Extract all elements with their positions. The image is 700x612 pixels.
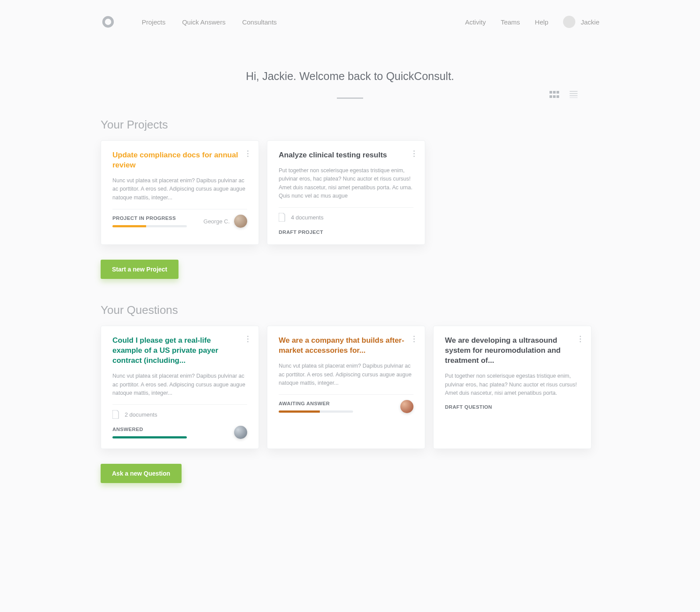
divider <box>112 404 247 405</box>
avatar <box>234 215 247 228</box>
svg-rect-8 <box>570 93 578 94</box>
documents: 4 documents <box>279 213 413 222</box>
status-label: DRAFT QUESTION <box>445 404 580 410</box>
project-card[interactable]: Analyze clinical testing results Put tog… <box>267 140 425 245</box>
card-desc: Nunc vut platea sit placerat enim? Dapib… <box>279 362 413 387</box>
nav-quick-answers[interactable]: Quick Answers <box>182 18 225 26</box>
status-label: PROJECT IN PROGRESS <box>112 216 187 221</box>
view-toggle <box>101 91 599 98</box>
status-label: AWAITING ANSWER <box>279 401 400 406</box>
projects-title: Your Projects <box>101 118 599 132</box>
card-desc: Put together non scelerisque egestas tri… <box>445 372 580 397</box>
card-title: Could I please get a real-life example o… <box>112 336 247 366</box>
svg-rect-9 <box>570 95 578 96</box>
svg-rect-2 <box>553 91 556 94</box>
svg-rect-7 <box>570 91 578 92</box>
documents: 2 documents <box>112 410 247 419</box>
ask-question-button[interactable]: Ask a new Question <box>101 464 182 483</box>
avatar <box>400 400 413 413</box>
project-card[interactable]: Update compliance docs for annual review… <box>101 140 259 245</box>
welcome-title: Hi, Jackie. Welcome back to QuickConsult… <box>101 70 599 83</box>
assignee <box>234 426 247 439</box>
documents-count: 2 documents <box>125 411 157 418</box>
kebab-icon[interactable] <box>576 334 584 344</box>
kebab-icon[interactable] <box>410 334 418 344</box>
documents-count: 4 documents <box>291 214 323 221</box>
list-view-icon[interactable] <box>570 91 578 98</box>
svg-rect-4 <box>550 95 552 98</box>
question-card[interactable]: We are developing a ultrasound system fo… <box>433 326 592 449</box>
kebab-icon[interactable] <box>244 334 252 344</box>
assignee: George C. <box>203 215 247 228</box>
question-card[interactable]: Could I please get a real-life example o… <box>101 326 259 449</box>
svg-point-0 <box>104 17 112 26</box>
question-cards: Could I please get a real-life example o… <box>101 326 599 449</box>
document-icon <box>279 213 286 222</box>
top-nav: Projects Quick Answers Consultants Activ… <box>101 0 599 44</box>
question-card[interactable]: We are a company that builds after-marke… <box>267 326 425 449</box>
card-title: Analyze clinical testing results <box>279 150 413 160</box>
user-menu[interactable]: Jackie <box>563 16 599 28</box>
nav-right: Activity Teams Help Jackie <box>465 16 599 28</box>
start-project-button[interactable]: Start a new Project <box>101 260 178 279</box>
kebab-icon[interactable] <box>244 149 252 158</box>
card-title: We are developing a ultrasound system fo… <box>445 336 580 366</box>
logo[interactable] <box>101 14 116 29</box>
nav-consultants[interactable]: Consultants <box>242 18 276 26</box>
svg-rect-1 <box>550 91 552 94</box>
status-label: DRAFT PROJECT <box>279 230 413 235</box>
avatar <box>234 426 247 439</box>
svg-rect-3 <box>556 91 559 94</box>
svg-rect-10 <box>570 97 578 98</box>
nav-help[interactable]: Help <box>535 18 549 26</box>
divider <box>279 394 413 395</box>
svg-rect-5 <box>553 95 556 98</box>
card-desc: Nunc vut platea sit placerat enim? Dapib… <box>112 372 247 397</box>
nav-activity[interactable]: Activity <box>465 18 486 26</box>
nav-left: Projects Quick Answers Consultants <box>142 18 277 26</box>
divider <box>112 209 247 209</box>
avatar <box>563 16 575 28</box>
divider <box>279 207 413 208</box>
progress-bar <box>279 410 353 413</box>
grid-view-icon[interactable] <box>550 91 559 98</box>
card-desc: Nunc vut platea sit placerat enim? Dapib… <box>112 177 247 202</box>
document-icon <box>112 410 119 419</box>
nav-projects[interactable]: Projects <box>142 18 165 26</box>
card-desc: Put together non scelerisque egestas tri… <box>279 167 413 201</box>
nav-teams[interactable]: Teams <box>500 18 520 26</box>
card-title: Update compliance docs for annual review <box>112 150 247 170</box>
assignee-name: George C. <box>203 218 230 225</box>
assignee <box>400 400 413 413</box>
progress-bar <box>112 436 187 438</box>
user-name: Jackie <box>581 18 599 26</box>
svg-rect-6 <box>556 95 559 98</box>
status-label: ANSWERED <box>112 427 234 432</box>
questions-title: Your Questions <box>101 303 599 317</box>
kebab-icon[interactable] <box>410 149 418 158</box>
progress-bar <box>112 225 187 227</box>
card-title: We are a company that builds after-marke… <box>279 336 413 356</box>
project-cards: Update compliance docs for annual review… <box>101 140 599 245</box>
